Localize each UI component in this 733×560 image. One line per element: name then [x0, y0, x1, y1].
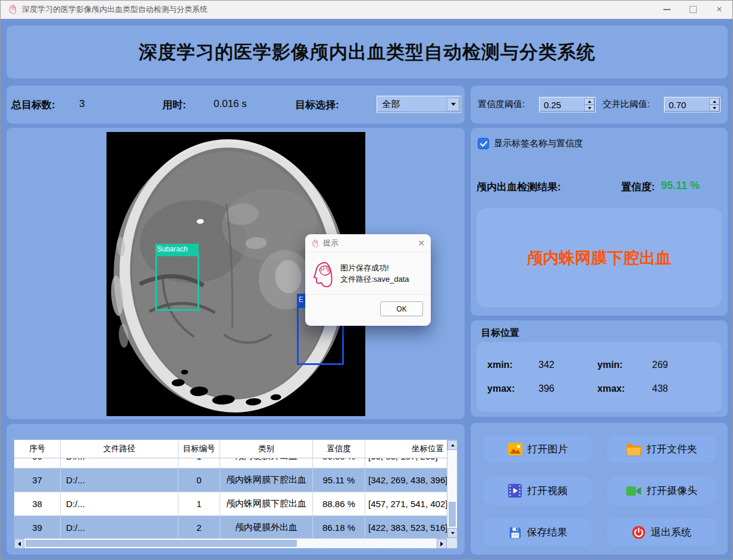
open-camera-button[interactable]: 打开摄像头	[607, 477, 716, 505]
maximize-icon	[690, 6, 697, 13]
table-cell-category: 颅内硬膜外出血	[220, 458, 313, 468]
table-cell-category: 颅内蛛网膜下腔出血	[220, 468, 313, 492]
app-window: 深度学习的医学影像颅内出血类型自动检测与分类系统 × 深度学习的医学影像颅内出血…	[0, 0, 733, 560]
table-cell-target_id: 1	[178, 492, 220, 515]
triangle-down-icon	[588, 107, 591, 109]
table-cell-path: D:/...	[61, 458, 178, 468]
open-folder-button[interactable]: 打开文件夹	[607, 435, 716, 463]
result-box: 颅内蛛网膜下腔出血	[477, 208, 722, 307]
brain-icon	[311, 240, 319, 247]
table-cell-category: 颅内蛛网膜下腔出血	[220, 492, 313, 515]
table-cell-index: 39	[14, 516, 61, 538]
camera-icon	[626, 485, 641, 497]
table-row[interactable]: 37D:/...0颅内蛛网膜下腔出血95.11 %[342, 269, 438,…	[14, 468, 447, 492]
dialog-separator	[305, 294, 431, 295]
dropdown-arrow-button[interactable]	[447, 97, 459, 111]
dialog-ok-button[interactable]: OK	[380, 301, 423, 316]
dialog-title: 提示	[323, 238, 339, 248]
scroll-left-button[interactable]	[14, 539, 24, 549]
total-targets-value: 3	[79, 98, 84, 110]
maximize-button[interactable]	[680, 1, 706, 18]
target-select-dropdown[interactable]: 全部	[377, 96, 461, 113]
table-cell-path: D:/...	[61, 516, 178, 538]
position-field-label: xmin:	[487, 360, 538, 370]
position-field-label: xmax:	[597, 383, 652, 394]
table-cell-target_id: 1	[178, 458, 220, 468]
table-cell-confidence: 86.88 %	[313, 458, 365, 468]
scroll-right-button[interactable]	[437, 539, 447, 549]
exit-system-button[interactable]: 退出系统	[607, 518, 716, 546]
triangle-up-icon	[588, 100, 591, 103]
image-icon	[508, 443, 522, 455]
table-header-cell[interactable]: 目标编号	[178, 440, 220, 458]
close-button[interactable]: ×	[706, 1, 732, 18]
vertical-scrollbar[interactable]	[447, 440, 457, 538]
triangle-up-icon	[713, 100, 716, 103]
confidence-threshold-spinbox[interactable]: 0.25	[539, 97, 596, 112]
triangle-down-icon	[713, 107, 716, 109]
table-header-cell[interactable]: 坐标位置	[365, 440, 447, 458]
table-cell-target_id: 2	[178, 516, 220, 538]
table-cell-coords: [422, 383, 523, 516]	[365, 516, 447, 538]
spin-up-button[interactable]	[584, 98, 594, 105]
folder-icon	[626, 443, 641, 455]
confidence-value: 95.11 %	[661, 180, 700, 192]
open-video-button[interactable]: 打开视频	[484, 477, 592, 505]
table-header-cell[interactable]: 类别	[220, 440, 313, 458]
triangle-right-icon	[440, 542, 443, 546]
scroll-down-button[interactable]	[447, 528, 458, 538]
show-labels-checkbox[interactable]	[478, 138, 489, 149]
table-header-cell[interactable]: 序号	[14, 440, 61, 458]
elapsed-time-value: 0.016 s	[214, 98, 247, 110]
open-folder-label: 打开文件夹	[647, 442, 697, 456]
actions-panel: 打开图片 打开文件夹 打开视频 打开摄像	[471, 423, 728, 555]
table-row[interactable]: 38D:/...1颅内蛛网膜下腔出血88.86 %[457, 271, 541,…	[14, 492, 447, 516]
table-header-cell[interactable]: 置信度	[313, 440, 365, 458]
dialog-message-line1: 图片保存成功!	[340, 262, 409, 273]
table-row[interactable]: 39D:/...2颅内硬膜外出血86.18 %[422, 383, 523, 5…	[14, 516, 447, 538]
triangle-up-icon	[451, 444, 455, 446]
dialog-title-bar: 提示 ✕	[305, 234, 431, 253]
table-row[interactable]: 36D:/...1颅内硬膜外出血86.88 %[55, 85, 187, 255…	[14, 458, 447, 468]
table-cell-path: D:/...	[61, 492, 178, 515]
thresholds-panel: 置信度阈值: 0.25 交并比阈值: 0.70	[471, 86, 728, 124]
confidence-label: 置信度:	[621, 180, 655, 194]
save-icon	[509, 526, 522, 539]
show-labels-checkbox-row[interactable]: 显示标签名称与置信度	[478, 138, 583, 149]
spin-down-button[interactable]	[584, 105, 594, 111]
confidence-threshold-label: 置信度阈值:	[478, 99, 525, 110]
detection-box-subarachnoid-label: Subarach	[155, 244, 199, 254]
table-cell-coords: [342, 269, 438, 396]	[365, 468, 447, 492]
table-header-cell[interactable]: 文件路径	[61, 440, 178, 458]
target-position-title: 目标位置	[481, 327, 519, 339]
table-body: 36D:/...1颅内硬膜外出血86.88 %[55, 85, 187, 255…	[14, 458, 447, 538]
open-camera-label: 打开摄像头	[647, 484, 697, 498]
target-select-value: 全部	[382, 99, 400, 110]
vertical-scroll-thumb[interactable]	[448, 501, 456, 527]
minimize-button[interactable]	[654, 1, 680, 18]
triangle-down-icon	[451, 532, 455, 534]
save-results-button[interactable]: 保存结果	[484, 518, 592, 546]
open-image-button[interactable]: 打开图片	[484, 435, 592, 463]
table-cell-confidence: 86.18 %	[313, 516, 365, 538]
scrollbar-corner	[447, 538, 457, 548]
target-position-box: xmin:342ymin:269ymax:396xmax:438	[477, 342, 722, 412]
spin-down-button[interactable]	[709, 105, 719, 111]
confidence-threshold-value: 0.25	[544, 100, 561, 110]
position-field-label: ymax:	[487, 383, 538, 394]
triangle-left-icon	[18, 542, 21, 546]
detection-panel: 显示标签名称与置信度 颅内出血检测结果: 置信度: 95.11 % 颅内蛛网膜下…	[471, 128, 728, 316]
target-select-label: 目标选择:	[295, 98, 339, 112]
exit-system-label: 退出系统	[651, 526, 691, 539]
spin-up-button[interactable]	[709, 98, 719, 105]
position-field-value: 269	[652, 360, 711, 370]
iou-threshold-value: 0.70	[669, 100, 686, 110]
scroll-up-button[interactable]	[447, 440, 458, 450]
horizontal-scrollbar[interactable]	[14, 538, 447, 548]
iou-threshold-spinbox[interactable]: 0.70	[664, 97, 721, 112]
close-icon: ×	[716, 5, 722, 14]
horizontal-scroll-thumb[interactable]	[25, 539, 297, 548]
dialog-body: 图片保存成功! 文件路径:save_data	[305, 252, 431, 288]
table-cell-path: D:/...	[61, 468, 178, 492]
dialog-close-icon[interactable]: ✕	[418, 238, 425, 248]
